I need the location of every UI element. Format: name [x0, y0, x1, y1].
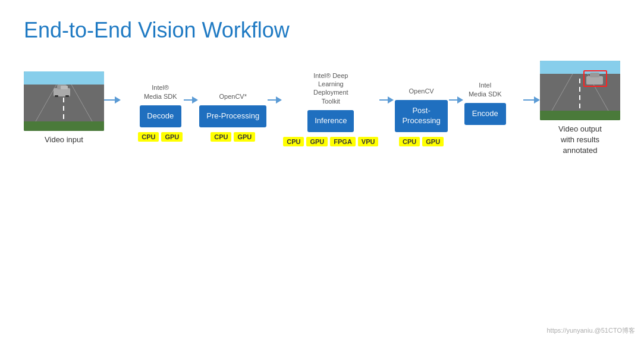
postprocess-block: Post-Processing: [395, 100, 447, 132]
slide: End-to-End Vision Workflow: [0, 0, 644, 344]
decode-block: Decode: [140, 105, 181, 127]
video-output-image: [540, 61, 620, 120]
encode-block: Encode: [464, 103, 506, 125]
arrow-1: [184, 96, 198, 104]
svg-rect-0: [24, 71, 104, 85]
postprocess-tag-gpu: GPU: [422, 137, 444, 146]
postprocess-tags: CPU GPU: [399, 137, 444, 146]
arrow-3: [379, 96, 394, 104]
workflow-area: Video input Intel® Media SDK Decode CPU …: [24, 61, 620, 157]
video-input-label: Video input: [45, 135, 83, 145]
preprocess-tag-cpu: CPU: [211, 132, 231, 142]
svg-rect-13: [61, 86, 68, 89]
output-arrow: [523, 96, 540, 104]
preprocess-block: Pre-Processing: [199, 105, 266, 127]
svg-rect-23: [586, 76, 603, 85]
inference-block-wrapper: Intel® Deep Learning Deployment Toolkit …: [283, 71, 378, 146]
watermark: https://yunyaniu.@51CTO博客: [546, 326, 635, 335]
postprocess-label-top: OpenCV: [409, 70, 434, 96]
svg-rect-14: [540, 61, 620, 74]
encode-label-top: Intel Media SDK: [469, 73, 502, 99]
svg-rect-9: [54, 88, 70, 96]
arrow-4: [449, 96, 463, 104]
page-title: End-to-End Vision Workflow: [24, 18, 620, 43]
inference-tag-vpu: VPU: [358, 137, 379, 146]
preprocess-tags: CPU GPU: [211, 132, 255, 142]
svg-rect-16: [540, 111, 620, 120]
svg-rect-11: [55, 95, 58, 97]
inference-label-top: Intel® Deep Learning Deployment Toolkit: [313, 71, 348, 107]
inference-block: Inference: [307, 110, 354, 132]
preprocess-block-wrapper: OpenCV* Pre-Processing CPU GPU: [199, 76, 266, 142]
decode-tag-cpu: CPU: [138, 132, 159, 142]
input-arrow: [104, 96, 121, 104]
inference-tag-cpu: CPU: [283, 137, 304, 146]
decode-tag-gpu: GPU: [161, 132, 183, 142]
inference-tag-gpu: GPU: [306, 137, 328, 146]
video-input-image: [24, 71, 104, 131]
svg-rect-2: [24, 121, 104, 131]
inference-tag-fpga: FPGA: [330, 137, 356, 146]
decode-label-top: Intel® Media SDK: [144, 76, 177, 102]
preprocess-tag-gpu: GPU: [234, 132, 255, 142]
inference-tags: CPU GPU FPGA VPU: [283, 137, 378, 146]
postprocess-block-wrapper: OpenCV Post-Processing CPU GPU: [395, 70, 447, 146]
preprocess-label-top: OpenCV*: [219, 76, 247, 102]
pipeline: Intel® Media SDK Decode CPU GPU OpenCV* …: [121, 70, 523, 146]
svg-rect-24: [590, 73, 599, 77]
decode-block-wrapper: Intel® Media SDK Decode CPU GPU: [138, 76, 183, 142]
svg-rect-12: [65, 95, 69, 97]
postprocess-tag-cpu: CPU: [399, 137, 420, 146]
video-output-label: Video output with results annotated: [558, 124, 602, 157]
encode-block-wrapper: Intel Media SDK Encode: [464, 73, 506, 144]
decode-tags: CPU GPU: [138, 132, 183, 142]
arrow-2: [268, 96, 282, 104]
